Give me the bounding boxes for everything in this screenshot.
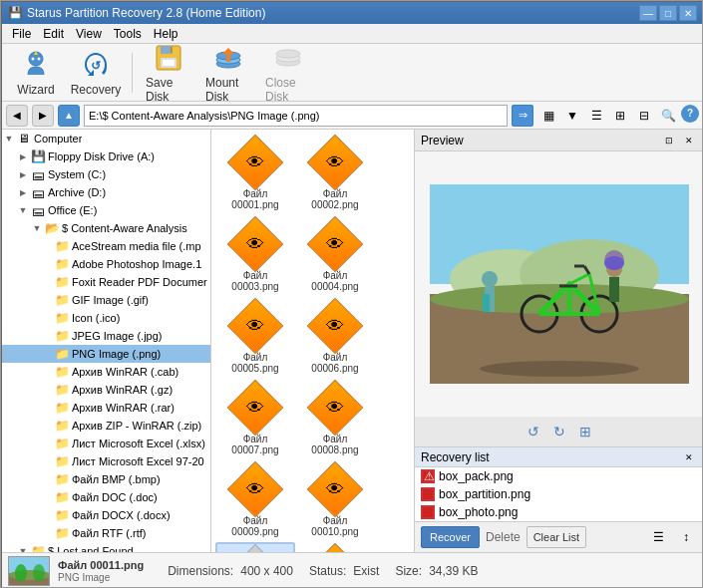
recovery-actions: Recover Delete Clear List ☰ ↕	[415, 521, 703, 552]
tree-item-foxit[interactable]: 📁 Foxit Reader PDF Documer	[2, 273, 210, 291]
tree-item-computer[interactable]: ▼ 🖥 Computer	[2, 130, 210, 147]
svg-rect-8	[171, 47, 173, 53]
preview-controls: ↺ ↻ ⊞	[415, 417, 703, 446]
file-item-11[interactable]: 👁 Файл 00011.png	[215, 542, 295, 552]
app-title: Starus Partition Recovery 2.8 (Home Edit…	[27, 6, 265, 20]
recovery-list-header: Recovery list ✕	[415, 447, 703, 467]
tree-item-winrar-cab[interactable]: 📁 Архив WinRAR (.cab)	[2, 363, 210, 381]
file-item-6[interactable]: 👁 Файл 00006.png	[295, 297, 375, 379]
tree-label-office: Office (E:)	[48, 204, 97, 216]
png-icon-10: 👁	[311, 465, 359, 513]
address-input[interactable]	[84, 105, 508, 127]
preview-close-btn[interactable]: ✕	[681, 133, 697, 148]
tree-item-archive[interactable]: ▶ 🖴 Archive (D:)	[2, 183, 210, 201]
clear-list-button[interactable]: Clear List	[527, 526, 586, 548]
tree-item-photoshop[interactable]: 📁 Adobe Photoshop Image.1	[2, 255, 210, 273]
file-item-12[interactable]: 👁 Файл 00012.png	[295, 542, 375, 552]
toggle-computer[interactable]: ▼	[2, 134, 16, 144]
tree-item-lost-found[interactable]: ▼ 📁 $ Lost and Found	[2, 542, 210, 552]
close-disk-button[interactable]: Close Disk	[262, 48, 314, 98]
tree-item-ico[interactable]: 📁 Icon (.ico)	[2, 309, 210, 327]
recovery-list-item-3[interactable]: box_photo.png	[415, 503, 703, 521]
layout3-btn[interactable]: ⊟	[633, 105, 655, 127]
recovery-list-close-btn[interactable]: ✕	[681, 449, 697, 465]
file-item-1[interactable]: 👁 Файл 00001.png	[215, 134, 295, 215]
system-icon: 🖴	[30, 166, 46, 182]
recover-button[interactable]: Recover	[421, 526, 480, 548]
tree-label-lost-found: $ Lost and Found	[48, 545, 134, 552]
tree-item-bmp[interactable]: 📁 Файл BMP (.bmp)	[2, 470, 210, 488]
tree-item-floppy[interactable]: ▶ 💾 Floppy Disk Drive (A:)	[2, 147, 210, 165]
file-item-3[interactable]: 👁 Файл 00003.png	[215, 215, 295, 297]
toggle-content-aware[interactable]: ▼	[30, 223, 44, 233]
menu-tools[interactable]: Tools	[108, 25, 148, 43]
preview-resize-btn[interactable]: ⊡	[661, 133, 677, 148]
toggle-system[interactable]: ▶	[16, 170, 30, 179]
tree-item-png[interactable]: 📁 PNG Image (.png)	[2, 345, 210, 363]
file-item-10[interactable]: 👁 Файл 00010.png	[295, 460, 375, 542]
prev-rotate-left[interactable]: ↺	[523, 421, 544, 442]
mount-disk-button[interactable]: Mount Disk	[202, 48, 254, 98]
recovery-button[interactable]: ↺ Recovery	[70, 48, 122, 98]
file-item-9[interactable]: 👁 Файл 00009.png	[215, 460, 295, 542]
file-item-8[interactable]: 👁 Файл 00008.png	[295, 379, 375, 460]
recovery-list-item-2[interactable]: box_partition.png	[415, 485, 703, 503]
view-icon-btn[interactable]: ▦	[537, 105, 559, 127]
tree-item-rtf[interactable]: 📁 Файл RTF (.rtf)	[2, 524, 210, 542]
file-item-4[interactable]: 👁 Файл 00004.png	[295, 215, 375, 297]
sort-btn[interactable]: ↕	[675, 526, 697, 548]
layout2-btn[interactable]: ⊞	[609, 105, 631, 127]
toggle-office[interactable]: ▼	[16, 205, 30, 215]
wizard-icon	[20, 49, 52, 81]
search-btn[interactable]: 🔍	[657, 105, 679, 127]
recovery-list-item-1[interactable]: ⚠ box_pack.png	[415, 467, 703, 485]
toggle-archive[interactable]: ▶	[16, 188, 30, 197]
prev-rotate-right[interactable]: ↻	[548, 421, 570, 442]
preview-panel: Preview ⊡ ✕	[414, 130, 703, 552]
layout1-btn[interactable]: ☰	[585, 105, 607, 127]
menu-bar: File Edit View Tools Help	[2, 24, 703, 44]
tree-item-winrar-gz[interactable]: 📁 Архив WinRAR (.gz)	[2, 381, 210, 399]
tree-item-gif[interactable]: 📁 GIF Image (.gif)	[2, 291, 210, 309]
tree-item-winzip[interactable]: 📁 Архив ZIP - WinRAR (.zip)	[2, 417, 210, 435]
tree-item-excel-97[interactable]: 📁 Лист Microsoft Excel 97-20	[2, 452, 210, 470]
go-button[interactable]: ⇒	[512, 105, 533, 127]
size-value: 34,39 KB	[429, 564, 478, 578]
help-btn[interactable]: ?	[681, 105, 699, 123]
forward-button[interactable]: ▶	[32, 105, 54, 127]
file-item-5[interactable]: 👁 Файл 00005.png	[215, 297, 295, 379]
prev-fullscreen[interactable]: ⊞	[574, 421, 596, 442]
up-button[interactable]: ▲	[58, 105, 80, 127]
tree-item-system[interactable]: ▶ 🖴 System (C:)	[2, 165, 210, 183]
back-button[interactable]: ◀	[6, 105, 28, 127]
save-disk-button[interactable]: Save Disk	[143, 48, 194, 98]
recovery-list-title: Recovery list	[421, 450, 490, 464]
menu-view[interactable]: View	[70, 25, 108, 43]
tree-item-excel-xlsx[interactable]: 📁 Лист Microsoft Excel (.xlsx)	[2, 435, 210, 452]
excel-97-icon: 📁	[54, 453, 70, 469]
toggle-floppy[interactable]: ▶	[16, 152, 30, 161]
tree-item-content-aware[interactable]: ▼ 📂 $ Content-Aware Analysis	[2, 219, 210, 237]
list-view-btn[interactable]: ☰	[647, 526, 669, 548]
menu-edit[interactable]: Edit	[37, 25, 70, 43]
wizard-button[interactable]: Wizard	[10, 48, 62, 98]
file-item-2[interactable]: 👁 Файл 00002.png	[295, 134, 375, 215]
tree-item-jpeg[interactable]: 📁 JPEG Image (.jpg)	[2, 327, 210, 345]
svg-rect-32	[423, 489, 433, 499]
menu-help[interactable]: Help	[148, 25, 184, 43]
close-button[interactable]: ✕	[679, 5, 697, 21]
tree-item-doc[interactable]: 📁 Файл DOC (.doc)	[2, 488, 210, 506]
tree-item-office[interactable]: ▼ 🖴 Office (E:)	[2, 201, 210, 219]
svg-point-2	[38, 57, 41, 60]
menu-file[interactable]: File	[6, 25, 37, 43]
file-name-4: Файл 00004.png	[300, 270, 370, 292]
tree-label-excel-xlsx: Лист Microsoft Excel (.xlsx)	[72, 438, 205, 449]
tree-item-winrar-rar[interactable]: 📁 Архив WinRAR (.rar)	[2, 399, 210, 417]
file-item-7[interactable]: 👁 Файл 00007.png	[215, 379, 295, 460]
tree-item-docx[interactable]: 📁 Файл DOCX (.docx)	[2, 506, 210, 524]
filter-icon-btn[interactable]: ▼	[561, 105, 583, 127]
winrar-gz-icon: 📁	[54, 382, 70, 398]
tree-item-acestream[interactable]: 📁 AceStream media file (.mp	[2, 237, 210, 255]
minimize-button[interactable]: —	[639, 5, 657, 21]
maximize-button[interactable]: □	[659, 5, 677, 21]
